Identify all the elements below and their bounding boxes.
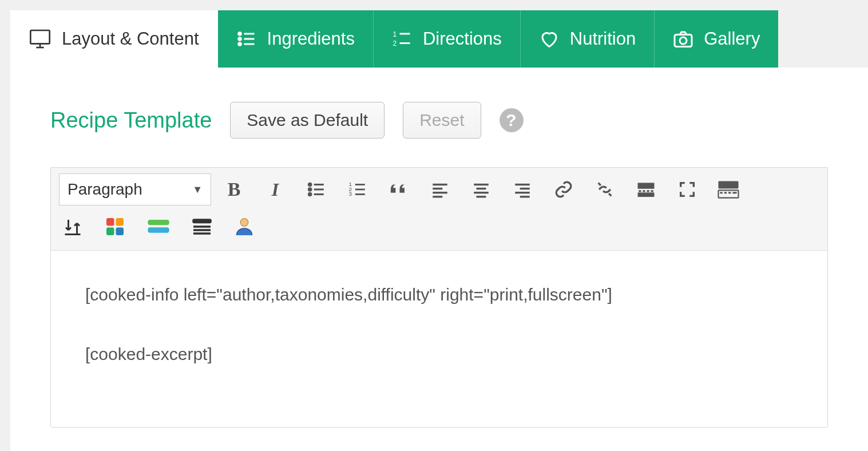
quote-icon bbox=[389, 180, 409, 199]
keyboard-icon bbox=[718, 180, 739, 199]
list-numbered-icon: 1 2 bbox=[392, 29, 413, 49]
svg-rect-43 bbox=[639, 193, 653, 196]
align-left-button[interactable] bbox=[422, 174, 458, 205]
read-more-icon bbox=[636, 180, 656, 199]
tab-label: Ingredients bbox=[267, 29, 355, 49]
italic-icon: I bbox=[272, 179, 279, 200]
tab-label: Layout & Content bbox=[62, 29, 199, 49]
svg-rect-41 bbox=[639, 184, 653, 188]
svg-rect-0 bbox=[30, 30, 49, 43]
toolbar-toggle-button[interactable] bbox=[710, 174, 747, 205]
help-icon[interactable]: ? bbox=[500, 108, 524, 132]
insert-more-button[interactable] bbox=[628, 174, 664, 205]
link-icon bbox=[554, 180, 573, 199]
svg-point-19 bbox=[308, 193, 311, 196]
tab-ingredients[interactable]: Ingredients bbox=[218, 10, 374, 68]
editor-toolbar-row2 bbox=[51, 208, 827, 250]
shortcode-lines-button[interactable] bbox=[188, 211, 216, 242]
svg-text:1: 1 bbox=[393, 30, 397, 38]
grid-color-icon bbox=[105, 216, 125, 237]
section-title: Recipe Template bbox=[50, 108, 212, 133]
svg-point-17 bbox=[308, 188, 311, 191]
menu-lines-icon bbox=[192, 219, 212, 235]
tab-gallery[interactable]: Gallery bbox=[655, 10, 778, 68]
svg-rect-55 bbox=[148, 220, 169, 225]
align-right-icon bbox=[513, 180, 532, 199]
shortcode-difficulty-button[interactable] bbox=[59, 211, 86, 242]
shortcode-highlight-button[interactable] bbox=[144, 211, 173, 242]
heart-icon bbox=[539, 29, 560, 49]
blockquote-button[interactable] bbox=[381, 174, 417, 205]
tab-label: Nutrition bbox=[570, 29, 636, 49]
rows-color-icon bbox=[147, 218, 170, 235]
chevron-down-icon: ▼ bbox=[192, 184, 203, 196]
camera-icon bbox=[673, 29, 693, 49]
svg-rect-56 bbox=[148, 227, 169, 232]
svg-rect-52 bbox=[116, 218, 124, 226]
svg-rect-57 bbox=[193, 220, 211, 223]
sort-arrows-icon bbox=[62, 216, 83, 237]
shortcode-author-button[interactable] bbox=[231, 211, 258, 242]
svg-point-14 bbox=[680, 37, 687, 44]
svg-rect-45 bbox=[718, 190, 738, 197]
editor-toolbar-row1: Paragraph ▼ B I 1 2 3 bbox=[51, 168, 827, 208]
italic-button[interactable]: I bbox=[257, 174, 294, 205]
bold-button[interactable]: B bbox=[216, 174, 252, 205]
align-center-button[interactable] bbox=[463, 174, 500, 205]
tab-layout-content[interactable]: Layout & Content bbox=[10, 10, 218, 68]
format-select[interactable]: Paragraph ▼ bbox=[59, 173, 211, 205]
monitor-icon bbox=[29, 27, 51, 50]
svg-point-5 bbox=[238, 38, 241, 41]
unlink-icon bbox=[595, 180, 615, 199]
tab-directions[interactable]: 1 2 Directions bbox=[374, 10, 521, 68]
tab-nutrition[interactable]: Nutrition bbox=[521, 10, 655, 68]
list-bullet-icon bbox=[307, 180, 326, 199]
svg-rect-48 bbox=[728, 192, 731, 193]
svg-rect-49 bbox=[732, 192, 736, 193]
format-select-label: Paragraph bbox=[68, 180, 142, 199]
align-right-button[interactable] bbox=[504, 174, 541, 205]
layout-content-panel: Recipe Template Save as Default Reset ? … bbox=[10, 68, 868, 451]
fullscreen-button[interactable] bbox=[669, 174, 706, 205]
content-line: [cooked-excerpt] bbox=[85, 345, 793, 364]
link-button[interactable] bbox=[545, 174, 582, 205]
template-heading-row: Recipe Template Save as Default Reset ? bbox=[50, 102, 828, 139]
align-left-icon bbox=[430, 180, 450, 199]
tab-label: Directions bbox=[423, 29, 502, 49]
reset-button[interactable]: Reset bbox=[403, 102, 481, 139]
svg-point-15 bbox=[308, 183, 311, 186]
svg-point-61 bbox=[240, 219, 248, 227]
svg-rect-54 bbox=[116, 228, 124, 236]
person-icon bbox=[234, 216, 255, 237]
bullet-list-button[interactable] bbox=[298, 174, 335, 205]
numbered-list-button[interactable]: 1 2 3 bbox=[339, 174, 376, 205]
editor-content[interactable]: [cooked-info left="author,taxonomies,dif… bbox=[51, 250, 827, 427]
unlink-button[interactable] bbox=[586, 174, 623, 205]
align-center-icon bbox=[471, 180, 491, 199]
rich-text-editor: Paragraph ▼ B I 1 2 3 bbox=[50, 167, 828, 428]
svg-rect-51 bbox=[106, 218, 114, 226]
svg-rect-53 bbox=[106, 228, 114, 236]
tab-bar: Layout & Content Ingredients 1 2 Directi… bbox=[10, 10, 868, 68]
svg-point-3 bbox=[238, 33, 241, 35]
svg-rect-47 bbox=[724, 192, 727, 193]
list-numbered-icon: 1 2 3 bbox=[348, 180, 367, 199]
svg-text:3: 3 bbox=[348, 191, 352, 197]
shortcode-layout-button[interactable] bbox=[101, 211, 129, 242]
save-default-button[interactable]: Save as Default bbox=[230, 102, 385, 139]
list-bullet-icon bbox=[236, 29, 257, 49]
fullscreen-icon bbox=[677, 180, 697, 199]
bold-icon: B bbox=[228, 179, 241, 200]
svg-rect-46 bbox=[720, 192, 722, 193]
svg-line-40 bbox=[609, 193, 611, 196]
tab-label: Gallery bbox=[704, 29, 760, 49]
svg-line-39 bbox=[599, 183, 601, 185]
svg-text:2: 2 bbox=[393, 39, 397, 48]
content-line: [cooked-info left="author,taxonomies,dif… bbox=[85, 285, 793, 304]
svg-point-7 bbox=[238, 43, 241, 46]
svg-rect-44 bbox=[718, 181, 738, 188]
